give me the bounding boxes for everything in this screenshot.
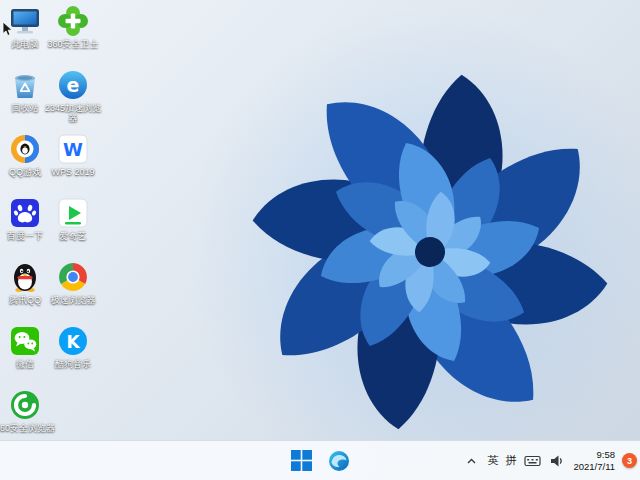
desktop-icon-label: 2345加速浏览器	[42, 103, 104, 124]
desktop-icon-kugou[interactable]: K 酷狗音乐	[50, 324, 96, 384]
notification-badge[interactable]: 3	[622, 453, 637, 468]
desktop-icon-label: 极速浏览器	[42, 295, 104, 305]
desktop-icon-label: 360安全卫士	[42, 39, 104, 49]
wps-icon: W	[56, 132, 90, 166]
desktop-icon-qq-game[interactable]: QQ游戏	[2, 132, 48, 192]
desktop-icon-column-2: 360安全卫士 e 2345加速浏览器 W WPS 2019	[50, 4, 96, 388]
iqiyi-icon	[56, 196, 90, 230]
svg-text:K: K	[66, 332, 80, 352]
desktop-icon-speed-browser[interactable]: 极速浏览器	[50, 260, 96, 320]
start-button[interactable]	[284, 444, 318, 478]
desktop-icon-wps[interactable]: W WPS 2019	[50, 132, 96, 192]
taskbar: 英 拼 9:58 2021/7/11 3	[0, 440, 640, 480]
chevron-up-icon	[465, 455, 478, 467]
desktop-icon-column-1: 此电脑 回收站 QQ游戏	[2, 4, 48, 452]
svg-text:W: W	[63, 139, 83, 160]
360-browser-icon	[8, 388, 42, 422]
touch-keyboard-button[interactable]	[523, 452, 541, 470]
clock-time: 9:58	[573, 449, 615, 461]
touch-keyboard-icon	[524, 454, 541, 468]
ime-mode-indicator[interactable]: 拼	[505, 453, 516, 468]
recycle-bin-icon	[8, 68, 42, 102]
kugou-icon: K	[56, 324, 90, 358]
desktop-icon-wechat[interactable]: 微信	[2, 324, 48, 384]
desktop-icon-label: 酷狗音乐	[42, 359, 104, 369]
desktop-icon-baidu[interactable]: 百度一下	[2, 196, 48, 256]
wechat-icon	[8, 324, 42, 358]
volume-button[interactable]	[548, 452, 566, 470]
taskbar-clock[interactable]: 9:58 2021/7/11	[573, 449, 615, 473]
desktop-icon-360-browser[interactable]: 360安全浏览器	[2, 388, 48, 448]
windows-start-icon	[291, 450, 312, 471]
360-safe-icon	[56, 4, 90, 38]
qq-game-icon	[8, 132, 42, 166]
chrome-like-icon	[56, 260, 90, 294]
svg-text:e: e	[67, 74, 80, 96]
speaker-icon	[549, 454, 565, 468]
ime-language-indicator[interactable]: 英	[487, 453, 498, 468]
desktop-icon-iqiyi[interactable]: 爱奇艺	[50, 196, 96, 256]
desktop-icon-label: 360安全浏览器	[0, 423, 56, 433]
2345-browser-icon: e	[56, 68, 90, 102]
qq-penguin-icon	[8, 260, 42, 294]
desktop-icon-2345-browser[interactable]: e 2345加速浏览器	[50, 68, 96, 128]
tray-overflow-button[interactable]	[462, 452, 480, 470]
desktop-icon-360-safe[interactable]: 360安全卫士	[50, 4, 96, 64]
system-tray: 英 拼 9:58 2021/7/11 3	[462, 441, 637, 480]
desktop-icon-tencent-qq[interactable]: 腾讯QQ	[2, 260, 48, 320]
this-pc-icon	[8, 4, 42, 38]
edge-taskbar-button[interactable]	[322, 444, 356, 478]
taskbar-center-icons	[284, 441, 356, 480]
desktop-icon-label: 爱奇艺	[42, 231, 104, 241]
edge-browser-icon	[327, 449, 351, 473]
clock-date: 2021/7/11	[573, 461, 615, 473]
baidu-icon	[8, 196, 42, 230]
desktop-icon-label: WPS 2019	[42, 167, 104, 177]
desktop-icon-this-pc[interactable]: 此电脑	[2, 4, 48, 64]
